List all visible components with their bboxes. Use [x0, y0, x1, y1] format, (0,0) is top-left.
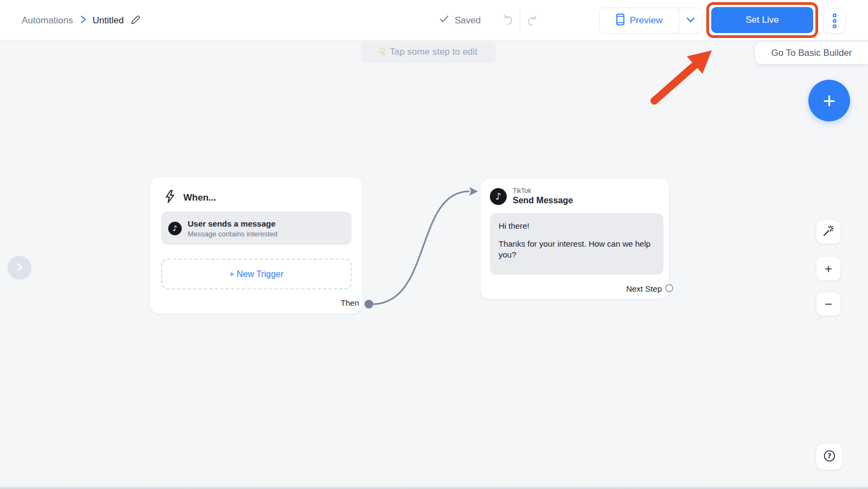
flow-builder-page: Automations Untitled Saved [0, 0, 868, 489]
breadcrumb: Automations Untitled [22, 0, 141, 41]
preview-button-group: Preview [599, 8, 703, 34]
auto-arrange-button[interactable] [816, 220, 841, 244]
add-step-button[interactable]: + [808, 80, 850, 121]
history-controls [500, 0, 540, 41]
redo-button[interactable] [525, 13, 540, 28]
plus-icon: + [823, 90, 835, 112]
chevron-right-icon [15, 262, 24, 274]
connector-arrowhead-icon [469, 187, 478, 196]
magic-wand-icon [821, 224, 835, 240]
annotation-arrow [654, 50, 712, 101]
trigger-step-card[interactable]: When... ♪ User sends a message Message c… [150, 177, 362, 313]
tiktok-icon: ♪ [490, 188, 507, 205]
then-label: Then [341, 298, 359, 307]
more-options-button[interactable] [823, 8, 846, 34]
pencil-icon [130, 14, 141, 27]
save-status-label: Saved [455, 15, 481, 26]
message-card-channel: TikTok [513, 187, 573, 195]
help-button[interactable]: ? [816, 443, 843, 470]
top-bar: Automations Untitled Saved [0, 0, 868, 41]
plus-icon: + [825, 261, 832, 276]
send-message-step-card[interactable]: ♪ TikTok Send Message Hi there! Thanks f… [481, 179, 669, 299]
flow-title: Untitled [93, 15, 124, 26]
lightning-icon [163, 189, 176, 206]
trigger-card-title: When... [183, 192, 216, 203]
minus-icon: − [825, 297, 832, 312]
expand-sidebar-button[interactable] [8, 256, 31, 280]
undo-button[interactable] [500, 12, 515, 29]
preview-button-label: Preview [630, 15, 662, 26]
svg-text:?: ? [827, 452, 831, 460]
trigger-item-subtitle: Message contains interested [188, 230, 277, 238]
point-down-icon: ☟ [379, 46, 386, 58]
annotation-layer [0, 0, 868, 489]
history-divider [520, 11, 520, 30]
undo-icon [500, 12, 515, 29]
trigger-card-header: When... [163, 189, 216, 206]
zoom-in-button[interactable]: + [816, 256, 841, 281]
trigger-item-title: User sends a message [188, 219, 277, 228]
message-line: Hi there! [499, 221, 655, 231]
save-status: Saved [439, 0, 481, 41]
hint-toast: ☟ Tap some step to edit [361, 41, 496, 63]
message-card-title: Send Message [513, 196, 573, 205]
set-live-button[interactable]: Set Live [711, 7, 813, 33]
phone-icon [616, 13, 625, 29]
message-card-header: ♪ TikTok Send Message [490, 187, 573, 205]
tiktok-icon: ♪ [168, 222, 182, 235]
trigger-item[interactable]: ♪ User sends a message Message contains … [161, 211, 352, 245]
breadcrumb-automations-link[interactable]: Automations [22, 15, 73, 26]
next-step-output-port[interactable] [665, 284, 673, 292]
message-line: Thanks for your interest. How can we hel… [499, 239, 655, 260]
chevron-down-icon [686, 17, 695, 25]
question-mark-icon: ? [822, 448, 837, 465]
new-trigger-button[interactable]: + New Trigger [161, 259, 352, 289]
rename-flow-button[interactable] [130, 14, 141, 27]
then-output-port[interactable] [365, 300, 373, 308]
zoom-out-button[interactable]: − [816, 292, 841, 316]
connector-edge [373, 191, 469, 304]
connector-layer [0, 0, 868, 489]
message-bubble[interactable]: Hi there! Thanks for your interest. How … [490, 213, 663, 275]
chevron-right-icon [79, 15, 87, 27]
hint-toast-label: Tap some step to edit [390, 47, 477, 57]
window-bottom-edge [0, 486, 868, 489]
redo-icon [525, 13, 540, 28]
preview-button[interactable]: Preview [599, 8, 679, 33]
next-step-label: Next Step [626, 284, 662, 293]
check-icon [439, 15, 449, 26]
preview-options-button[interactable] [679, 8, 702, 33]
go-to-basic-builder-menu-item[interactable]: Go To Basic Builder [755, 42, 868, 64]
kebab-menu-icon [833, 14, 837, 28]
